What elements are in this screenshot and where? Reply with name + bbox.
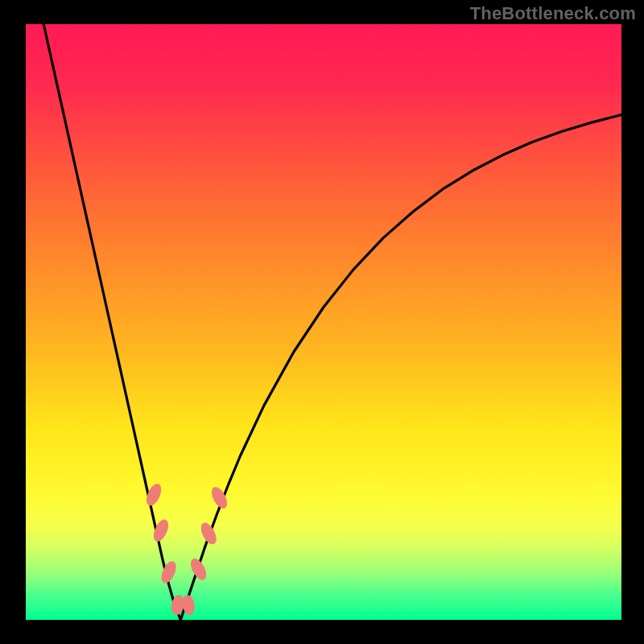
chart-frame: TheBottleneck.com [0,0,644,644]
bottleneck-chart [0,0,644,644]
gradient-background [26,24,621,620]
watermark-text: TheBottleneck.com [470,3,636,24]
